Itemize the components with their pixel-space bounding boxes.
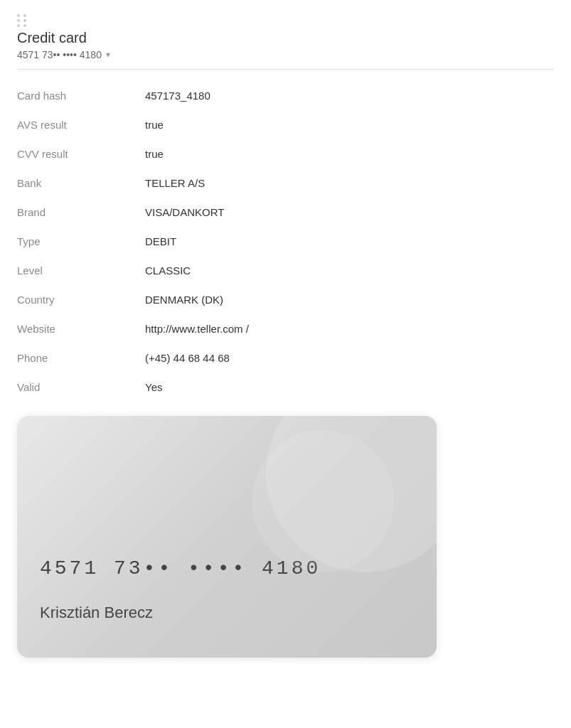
row-value: VISA/DANKORT xyxy=(145,198,554,227)
chevron-down-icon[interactable]: ▾ xyxy=(106,50,110,60)
table-row: LevelCLASSIC xyxy=(17,256,554,285)
section-divider xyxy=(17,69,554,70)
row-label: Valid xyxy=(17,373,145,402)
table-row: ValidYes xyxy=(17,373,554,402)
row-label: AVS result xyxy=(17,110,145,139)
row-label: Type xyxy=(17,227,145,256)
row-value: CLASSIC xyxy=(145,256,554,285)
row-label: Card hash xyxy=(17,81,145,110)
row-value: Yes xyxy=(145,373,554,402)
row-value: (+45) 44 68 44 68 xyxy=(145,343,554,373)
row-label: Country xyxy=(17,285,145,314)
table-row: CVV resulttrue xyxy=(17,139,554,168)
drag-dot xyxy=(23,19,26,22)
drag-dot xyxy=(17,24,20,27)
row-value: TELLER A/S xyxy=(145,168,554,198)
row-value: true xyxy=(145,139,554,168)
card-visual-holder: Krisztián Berecz xyxy=(40,604,153,622)
table-row: BankTELLER A/S xyxy=(17,168,554,198)
row-value: DEBIT xyxy=(145,227,554,256)
row-value: http://www.teller.com / xyxy=(145,314,554,343)
row-label: Phone xyxy=(17,343,145,373)
row-value: true xyxy=(145,110,554,139)
row-label: CVV result xyxy=(17,139,145,168)
drag-dot xyxy=(17,14,20,17)
page-container: Credit card 4571 73•• •••• 4180 ▾ Card h… xyxy=(0,0,571,675)
table-row: Websitehttp://www.teller.com / xyxy=(17,314,554,343)
row-value: DENMARK (DK) xyxy=(145,285,554,314)
row-label: Bank xyxy=(17,168,145,198)
row-label: Brand xyxy=(17,198,145,227)
table-row: CountryDENMARK (DK) xyxy=(17,285,554,314)
masked-card-number: 4571 73•• •••• 4180 xyxy=(17,49,102,60)
header-section: Credit card 4571 73•• •••• 4180 ▾ xyxy=(17,30,554,60)
credit-card-visual: 4571 73•• •••• 4180 Krisztián Berecz xyxy=(17,416,437,658)
card-number-row: 4571 73•• •••• 4180 ▾ xyxy=(17,49,554,60)
table-row: TypeDEBIT xyxy=(17,227,554,256)
table-row: BrandVISA/DANKORT xyxy=(17,198,554,227)
card-visual-number: 4571 73•• •••• 4180 xyxy=(40,557,321,579)
row-label: Level xyxy=(17,256,145,285)
drag-dot xyxy=(23,24,26,27)
table-row: Card hash457173_4180 xyxy=(17,81,554,110)
row-value: 457173_4180 xyxy=(145,81,554,110)
table-row: AVS resulttrue xyxy=(17,110,554,139)
drag-dot xyxy=(17,19,20,22)
drag-handle xyxy=(17,11,554,30)
drag-dot xyxy=(23,14,26,17)
table-row: Phone(+45) 44 68 44 68 xyxy=(17,343,554,373)
row-label: Website xyxy=(17,314,145,343)
info-table: Card hash457173_4180AVS resulttrueCVV re… xyxy=(17,81,554,402)
page-title: Credit card xyxy=(17,30,554,46)
